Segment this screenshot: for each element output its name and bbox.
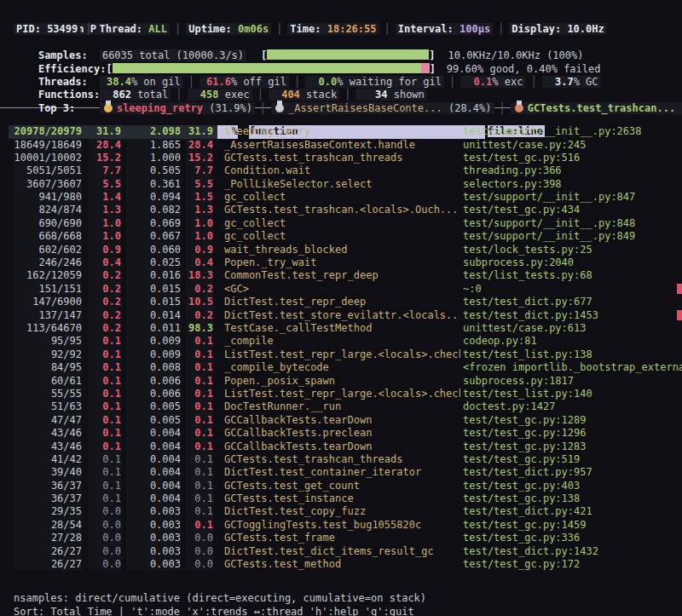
function-cell: DictTest.test_container_iterator — [224, 466, 460, 479]
function-cell: DocTestRunner.__run — [224, 400, 460, 413]
table-row[interactable]: 36/370.10.0040.1GCTests.test_instancetes… — [0, 492, 682, 505]
tottime-cell: 0.060 — [126, 244, 181, 256]
table-row[interactable]: 47/470.10.0050.1GCCallbackTests.tearDown… — [0, 414, 682, 427]
table-row[interactable]: 29/350.00.0030.1DictTest.test_copy_fuzzt… — [0, 505, 682, 518]
tottime-cell: 0.008 — [126, 361, 181, 374]
table-row[interactable]: 20978/2097931.92.09831.9sleeping_retryte… — [0, 125, 682, 138]
scrollbar-hot-marker — [677, 310, 682, 320]
direct-pct-cell: 0.1 — [89, 348, 121, 361]
function-cell: ListTest.test_repr_large.<locals>.check — [224, 388, 460, 400]
direct-pct-cell: 1.0 — [89, 230, 121, 243]
table-row[interactable]: 60/610.10.0060.1Popen._posix_spawnsubpro… — [0, 375, 682, 388]
table-row[interactable]: 3607/36075.50.3615.5_PollLikeSelector.se… — [0, 178, 682, 191]
tottime-cell: 0.015 — [126, 283, 181, 296]
direct-pct-cell: 1.3 — [89, 204, 121, 216]
direct-pct-cell: 0.2 — [89, 309, 121, 322]
table-row[interactable]: 137/1470.20.0140.2DictTest.test_store_ev… — [0, 309, 682, 322]
table-row[interactable]: 26/270.00.0030.0DictTest.test_dict_items… — [0, 545, 682, 558]
nsamples-cell: 137/147 — [14, 309, 82, 322]
tottime-cell: 0.003 — [126, 545, 181, 558]
status-segment-value: 0m06s — [238, 23, 269, 35]
table-row[interactable]: 162/120590.20.01618.3CommonTest.test_rep… — [0, 269, 682, 282]
file-line-cell: test/test_dict.py:1453 — [463, 309, 598, 322]
table-row[interactable]: 602/6020.90.0600.9wait_threads_blockedte… — [0, 244, 682, 256]
table-row[interactable]: 43/460.10.0040.1GCCallbackTests.tearDown… — [0, 440, 682, 453]
table-row[interactable]: 26/270.00.0030.0GCTests.test_methodtest/… — [0, 558, 682, 571]
tottime-cell: 0.025 — [126, 256, 181, 269]
nsamples-cell: 18649/18649 — [14, 139, 82, 152]
status-segment-label: Interval: — [398, 23, 459, 35]
direct-pct-cell: 0.4 — [89, 256, 121, 269]
file-line-cell: test/lock_tests.py:25 — [463, 244, 592, 256]
table-row[interactable]: 39/400.10.0040.1DictTest.test_container_… — [0, 466, 682, 479]
table-row[interactable]: 36/370.10.0040.1GCTests.test_get_countte… — [0, 480, 682, 492]
function-cell: gc_collect — [224, 217, 460, 230]
table-row[interactable]: 10001/1000215.21.00015.2GCTests.test_tra… — [0, 152, 682, 164]
table-row[interactable]: 5051/50517.70.5057.7Condition.waitthread… — [0, 164, 682, 177]
table-row[interactable]: 668/6681.00.0671.0gc_collecttest/support… — [0, 230, 682, 243]
table-row[interactable]: 41/420.10.0040.1GCTests.test_trashcan_th… — [0, 453, 682, 466]
status-segment: Time: 18:26:55 — [287, 23, 379, 35]
tottime-cell: 1.000 — [126, 152, 181, 164]
file-line-cell: subprocess.py:2040 — [463, 256, 574, 269]
function-cell: DictTest.test_copy_fuzz — [224, 505, 460, 518]
file-line-cell: test/test_gc.py:1283 — [463, 440, 587, 453]
function-cell: _compile — [224, 335, 460, 348]
cumulative-pct-cell: 28.4 — [186, 139, 213, 152]
nsamples-cell: 690/690 — [14, 217, 82, 230]
cumulative-pct-cell: 0.2 — [186, 309, 213, 322]
table-row[interactable]: 84/950.10.0080.1_compile_bytecode<frozen… — [0, 361, 682, 374]
table-row[interactable]: 55/550.10.0060.1ListTest.test_repr_large… — [0, 388, 682, 400]
table-row[interactable]: 941/9801.40.0941.5gc_collecttest/support… — [0, 191, 682, 204]
table-row[interactable]: 246/2460.40.0250.4Popen._try_waitsubproc… — [0, 256, 682, 269]
table-row[interactable]: 92/920.10.0090.1ListTest.test_repr_large… — [0, 348, 682, 361]
cumulative-pct-cell: 5.5 — [186, 178, 213, 191]
table-row[interactable]: 151/1510.20.0150.2<GC>~:0 — [0, 283, 682, 296]
scrollbar-hot-marker — [677, 284, 682, 294]
file-line-cell: test/test_gc.py:1459 — [463, 519, 587, 532]
table-row[interactable]: 18649/1864928.41.86528.4_AssertRaisesBas… — [0, 139, 682, 152]
status-line: PID: 53499│Thread: ALL│Uptime: 0m06s│Tim… — [0, 23, 682, 36]
file-line-cell: codeop.py:81 — [463, 335, 537, 348]
table-row[interactable]: 824/8741.30.0821.3GCTests.test_trashcan.… — [0, 204, 682, 216]
status-segment-label: Time: — [290, 23, 327, 35]
table-row[interactable]: 28/540.00.0030.1GCTogglingTests.test_bug… — [0, 519, 682, 532]
nsamples-cell: 3607/3607 — [14, 178, 82, 191]
function-cell: Popen._posix_spawn — [224, 375, 460, 388]
tottime-cell: 0.003 — [126, 519, 181, 532]
table-row[interactable]: 27/280.00.0030.0GCTests.test_frametest/t… — [0, 532, 682, 544]
nsamples-cell: 26/27 — [14, 558, 82, 571]
tottime-cell: 0.003 — [126, 532, 181, 544]
status-segment-value: ALL — [148, 23, 167, 35]
function-cell: _PollLikeSelector.select — [224, 178, 460, 191]
nsamples-cell: 26/27 — [14, 545, 82, 558]
cumulative-pct-cell: 0.4 — [186, 256, 213, 269]
function-cell: GCTests.test_get_count — [224, 480, 460, 492]
file-line-cell: test/test_gc.py:516 — [463, 152, 580, 164]
function-cell: GCTogglingTests.test_bug1055820c — [224, 519, 460, 532]
file-line-cell: subprocess.py:1817 — [463, 375, 574, 388]
tottime-cell: 0.069 — [126, 217, 181, 230]
nsamples-cell: 36/37 — [14, 480, 82, 492]
tottime-cell: 0.003 — [126, 558, 181, 571]
table-row[interactable]: 690/6901.00.0691.0gc_collecttest/support… — [0, 217, 682, 230]
tottime-cell: 0.094 — [126, 191, 181, 204]
table-row[interactable]: 147/69000.20.01510.5DictTest.test_repr_d… — [0, 296, 682, 308]
nsamples-cell: 92/92 — [14, 348, 82, 361]
profiler-screen: Tachyon Profiler PID: 53499│Thread: ALL│… — [0, 0, 682, 616]
function-cell: GCCallbackTests.preclean — [224, 427, 460, 440]
cumulative-pct-cell: 0.1 — [186, 505, 213, 518]
function-cell: gc_collect — [224, 230, 460, 243]
table-row[interactable]: 113/646700.20.01198.3TestCase._callTestM… — [0, 322, 682, 335]
nsamples-cell: 113/64670 — [14, 322, 82, 335]
cumulative-pct-cell: 1.5 — [186, 191, 213, 204]
file-line-cell: unittest/case.py:613 — [463, 322, 587, 335]
tottime-cell: 2.098 — [126, 125, 181, 138]
table-row[interactable]: 51/630.10.0050.1DocTestRunner.__rundocte… — [0, 400, 682, 413]
table-row[interactable]: 43/460.10.0040.1GCCallbackTests.preclean… — [0, 427, 682, 440]
tottime-cell: 0.011 — [126, 322, 181, 335]
table-row[interactable]: 95/950.10.0090.1_compilecodeop.py:81 — [0, 335, 682, 348]
direct-pct-cell: 0.1 — [89, 427, 121, 440]
divider-icon: │ — [379, 23, 396, 35]
function-cell: DictTest.test_dict_items_result_gc — [224, 545, 460, 558]
